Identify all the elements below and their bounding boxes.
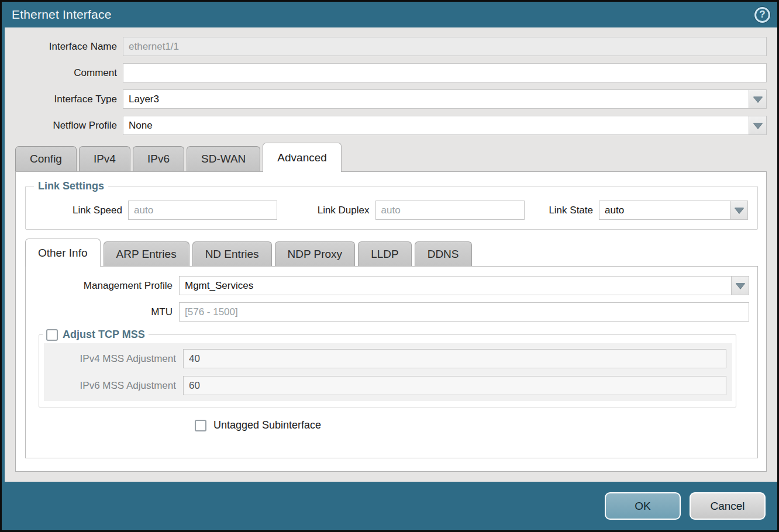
sub-tabs: Other Info ARP Entries ND Entries NDP Pr… <box>16 238 766 266</box>
subtab-nd-entries[interactable]: ND Entries <box>192 241 272 266</box>
management-profile-dropdown-button[interactable] <box>731 276 749 295</box>
mtu-label: MTU <box>26 306 179 318</box>
ipv4-mss-row: IPv4 MSS Adjustment <box>44 349 726 368</box>
interface-name-input <box>123 37 767 56</box>
ok-button[interactable]: OK <box>605 492 681 520</box>
ipv4-mss-label: IPv4 MSS Adjustment <box>44 353 183 365</box>
chevron-down-icon <box>735 208 744 213</box>
netflow-profile-row: Netflow Profile None <box>12 116 767 135</box>
tab-ipv6[interactable]: IPv6 <box>133 146 184 171</box>
tab-config[interactable]: Config <box>15 146 77 171</box>
adjust-tcp-mss-legend: Adjust TCP MSS <box>63 329 145 341</box>
help-icon[interactable]: ? <box>754 7 770 23</box>
mtu-row: MTU <box>26 302 749 322</box>
dialog-titlebar: Ethernet Interface ? <box>5 2 777 27</box>
netflow-profile-label: Netflow Profile <box>12 120 123 132</box>
chevron-down-icon <box>753 96 763 102</box>
interface-name-row: Interface Name <box>12 37 767 56</box>
chevron-down-icon <box>753 123 763 129</box>
subtab-lldp[interactable]: LLDP <box>358 241 412 266</box>
interface-type-dropdown-button[interactable] <box>749 89 767 109</box>
adjust-tcp-mss-checkbox[interactable] <box>46 329 58 341</box>
adjust-tcp-mss-fieldset: Adjust TCP MSS IPv4 MSS Adjustment IPv6 … <box>39 329 736 407</box>
mss-fields-block: IPv4 MSS Adjustment IPv6 MSS Adjustment <box>44 343 732 401</box>
link-state-select[interactable]: auto <box>599 201 730 220</box>
netflow-profile-dropdown-button[interactable] <box>749 116 767 135</box>
subtab-other-info[interactable]: Other Info <box>25 239 101 267</box>
top-form: Interface Name Comment Interface Type La… <box>5 27 777 142</box>
netflow-profile-select[interactable]: None <box>123 116 749 135</box>
link-state-label: Link State <box>529 205 599 216</box>
link-state-dropdown-button[interactable] <box>730 201 748 220</box>
comment-label: Comment <box>12 67 123 79</box>
untagged-subinterface-label: Untagged Subinterface <box>213 419 321 431</box>
ipv6-mss-row: IPv6 MSS Adjustment <box>44 376 726 395</box>
subtab-arp-entries[interactable]: ARP Entries <box>104 241 189 266</box>
footer-gap <box>5 472 777 482</box>
subtab-ndp-proxy[interactable]: NDP Proxy <box>275 241 356 266</box>
tab-advanced[interactable]: Advanced <box>263 143 342 172</box>
link-speed-input[interactable] <box>128 201 277 220</box>
main-tabs: Config IPv4 IPv6 SD-WAN Advanced <box>5 142 777 171</box>
comment-input[interactable] <box>123 63 767 82</box>
link-speed-label: Link Speed <box>26 205 128 216</box>
interface-name-label: Interface Name <box>12 41 123 53</box>
chevron-down-icon <box>736 283 745 289</box>
mtu-input[interactable] <box>179 302 749 322</box>
management-profile-select[interactable]: Mgmt_Services <box>179 276 731 295</box>
tab-sdwan[interactable]: SD-WAN <box>187 146 260 171</box>
link-settings-legend: Link Settings <box>38 180 104 192</box>
interface-type-row: Interface Type Layer3 <box>12 89 767 109</box>
management-profile-label: Management Profile <box>26 280 179 292</box>
tab-ipv4[interactable]: IPv4 <box>79 146 130 171</box>
interface-type-select[interactable]: Layer3 <box>123 89 749 109</box>
untagged-subinterface-checkbox[interactable] <box>195 420 206 431</box>
cancel-button[interactable]: Cancel <box>690 492 766 520</box>
other-info-panel: Management Profile Mgmt_Services MTU <box>25 266 758 458</box>
link-settings-fieldset: Link Settings Link Speed Link Duplex Lin… <box>25 180 758 230</box>
link-settings-row: Link Speed Link Duplex Link State auto <box>26 201 757 220</box>
ipv6-mss-input[interactable] <box>183 376 726 395</box>
subtab-ddns[interactable]: DDNS <box>415 241 472 266</box>
ethernet-interface-dialog: Ethernet Interface ? Interface Name Comm… <box>0 0 779 532</box>
dialog-footer: OK Cancel <box>5 482 777 530</box>
dialog-title: Ethernet Interface <box>12 8 112 22</box>
ipv4-mss-input[interactable] <box>183 349 726 368</box>
interface-type-label: Interface Type <box>12 94 123 105</box>
advanced-tab-panel: Link Settings Link Speed Link Duplex Lin… <box>15 171 767 472</box>
management-profile-row: Management Profile Mgmt_Services <box>26 276 749 295</box>
link-duplex-input[interactable] <box>375 201 525 220</box>
ipv6-mss-label: IPv6 MSS Adjustment <box>44 380 183 392</box>
dialog-frame: Ethernet Interface ? Interface Name Comm… <box>2 2 777 530</box>
comment-row: Comment <box>12 63 767 82</box>
link-duplex-label: Link Duplex <box>282 205 375 216</box>
untagged-subinterface-row: Untagged Subinterface <box>195 419 757 431</box>
